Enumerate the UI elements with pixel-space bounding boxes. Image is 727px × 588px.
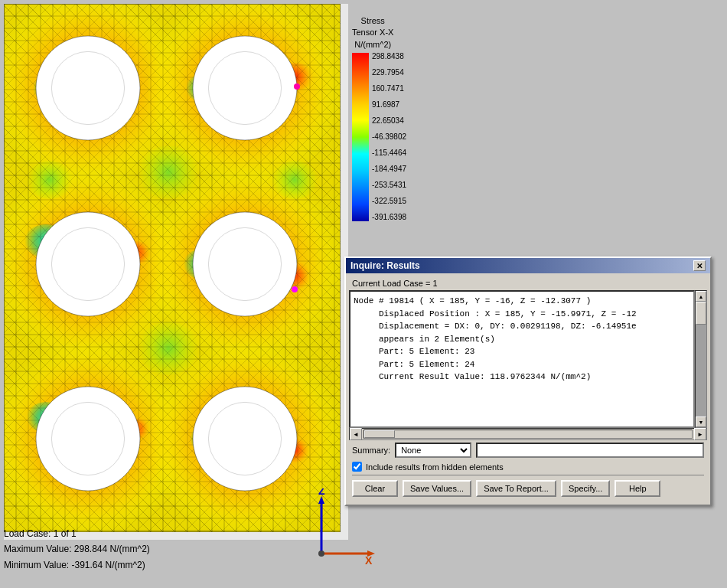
- legend-container: Stress Tensor X-X N/(mm^2) 298.8438229.7…: [352, 15, 406, 221]
- summary-row: Summary: None Min Max Average: [349, 440, 707, 460]
- load-case-line: Current Load Case = 1: [349, 276, 707, 290]
- include-hidden-label: Include results from hidden elements: [366, 462, 504, 472]
- load-case-info: Load Case: 1 of 1: [4, 526, 150, 541]
- legend-label-item: -46.39802: [372, 133, 406, 141]
- x-axis-label: X: [365, 554, 373, 565]
- checkbox-row: Include results from hidden elements: [349, 460, 707, 473]
- scroll-track[interactable]: [696, 302, 706, 416]
- specify-button[interactable]: Specify...: [561, 480, 610, 497]
- legend-label-item: 91.6987: [372, 101, 406, 109]
- hscroll-thumb[interactable]: [364, 430, 395, 438]
- dialog-titlebar: Inquire: Results ✕: [346, 258, 710, 273]
- scroll-left-arrow[interactable]: ◄: [350, 428, 362, 440]
- legend-label-item: 22.65034: [372, 117, 406, 125]
- save-values-button[interactable]: Save Values...: [403, 480, 471, 497]
- scroll-down-arrow[interactable]: ▼: [696, 416, 706, 427]
- legend-label-item: 160.7471: [372, 85, 406, 93]
- bottom-info: Load Case: 1 of 1 Maximum Value: 298.844…: [4, 526, 150, 573]
- max-value-info: Maximum Value: 298.844 N/(mm^2): [4, 541, 150, 557]
- results-text: Node # 19814 ( X = 185, Y = -16, Z = -12…: [354, 295, 690, 384]
- fem-area: [4, 4, 348, 540]
- legend-label-item: -322.5915: [372, 198, 406, 205]
- axes-svg: Z X: [298, 488, 375, 565]
- fem-canvas: [4, 4, 341, 532]
- legend-label-item: 229.7954: [372, 69, 406, 77]
- legend-labels: 298.8438229.7954160.747191.698722.65034-…: [372, 53, 406, 221]
- inquire-results-dialog: Inquire: Results ✕ Current Load Case = 1…: [344, 256, 712, 506]
- summary-input-field[interactable]: [476, 443, 704, 458]
- help-button[interactable]: Help: [615, 480, 660, 497]
- button-row: Clear Save Values... Save To Report... S…: [349, 477, 707, 501]
- legend-label-item: -391.6398: [372, 214, 406, 221]
- results-scroll-wrapper: Node # 19814 ( X = 185, Y = -16, Z = -12…: [349, 290, 707, 428]
- scroll-up-arrow[interactable]: ▲: [696, 291, 706, 302]
- summary-label: Summary:: [352, 446, 390, 455]
- dialog-title: Inquire: Results: [350, 260, 420, 271]
- scroll-right-arrow[interactable]: ►: [694, 428, 706, 440]
- legend-title: Stress Tensor X-X N/(mm^2): [352, 15, 393, 51]
- svg-point-4: [318, 550, 324, 557]
- include-hidden-checkbox[interactable]: [352, 462, 362, 472]
- results-textbox[interactable]: Node # 19814 ( X = 185, Y = -16, Z = -12…: [349, 290, 695, 428]
- z-axis-label: Z: [318, 488, 325, 497]
- separator: [352, 475, 704, 475]
- vertical-scrollbar[interactable]: ▲ ▼: [695, 290, 707, 428]
- legend-bar: [352, 53, 369, 221]
- horizontal-scrollbar[interactable]: ◄ ►: [349, 428, 707, 440]
- dialog-close-button[interactable]: ✕: [693, 260, 706, 271]
- dialog-content: Current Load Case = 1 Node # 19814 ( X =…: [346, 273, 710, 505]
- min-value-info: Minimum Value: -391.64 N/(mm^2): [4, 557, 150, 573]
- legend-label-item: -184.4947: [372, 165, 406, 173]
- save-to-report-button[interactable]: Save To Report...: [476, 480, 556, 497]
- legend-label-item: -115.4464: [372, 149, 406, 157]
- scroll-thumb[interactable]: [696, 302, 706, 325]
- main-container: Stress Tensor X-X N/(mm^2) 298.8438229.7…: [0, 0, 727, 588]
- hscroll-track[interactable]: [364, 430, 693, 439]
- legend-label-item: 298.8438: [372, 53, 406, 60]
- svg-marker-1: [318, 496, 324, 504]
- summary-select[interactable]: None Min Max Average: [395, 443, 471, 458]
- axes-container: Z X: [298, 488, 375, 565]
- legend-bar-wrapper: 298.8438229.7954160.747191.698722.65034-…: [352, 53, 406, 221]
- legend-label-item: -253.5431: [372, 181, 406, 189]
